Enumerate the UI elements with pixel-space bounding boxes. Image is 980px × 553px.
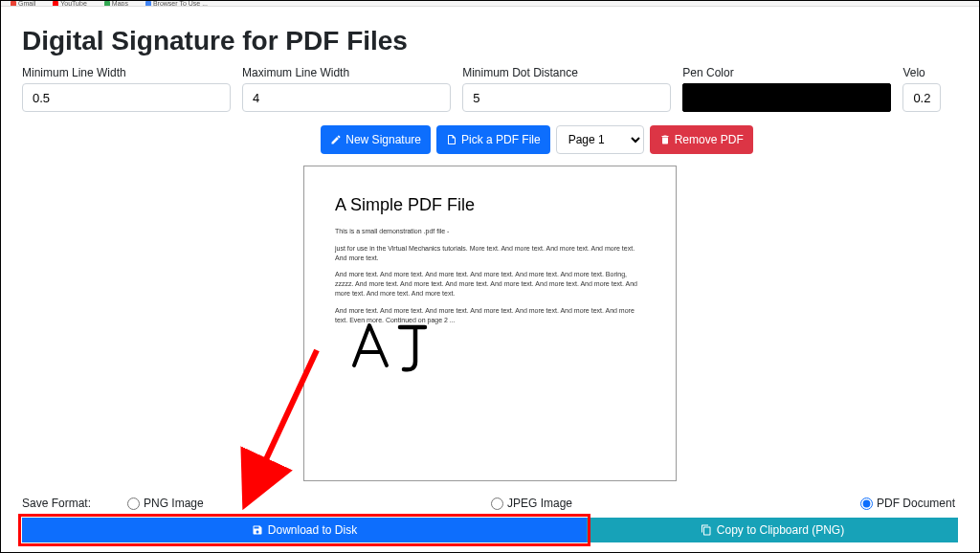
min-dot-distance-label: Minimum Dot Distance [462, 66, 671, 79]
toolbar: New Signature Pick a PDF File Page 1 Rem… [116, 125, 958, 154]
velocity-label: Velo [902, 66, 958, 79]
clipboard-icon [701, 524, 712, 536]
radio-pdf[interactable]: PDF Document [860, 497, 955, 510]
pdf-paragraph: just for use in the Virtual Mechanics tu… [335, 244, 645, 263]
action-bar: Download to Disk Copy to Clipboard (PNG) [22, 518, 958, 542]
min-dot-distance-input[interactable] [462, 83, 671, 112]
radio-png-input[interactable] [127, 498, 140, 510]
save-format-label: Save Format: [22, 497, 91, 510]
file-icon [446, 134, 457, 145]
min-line-width-input[interactable] [22, 83, 231, 112]
pick-pdf-button[interactable]: Pick a PDF File [436, 125, 550, 154]
new-signature-button[interactable]: New Signature [321, 125, 431, 154]
page-select[interactable]: Page 1 [556, 125, 644, 154]
signature-drawing [346, 320, 461, 377]
pen-color-swatch[interactable] [682, 83, 891, 112]
pdf-preview[interactable]: A Simple PDF File This is a small demons… [303, 166, 677, 481]
pdf-title: A Simple PDF File [335, 195, 645, 215]
save-format-row: Save Format: PNG Image JPEG Image PDF Do… [22, 497, 958, 510]
max-line-width-input[interactable] [242, 83, 451, 112]
pdf-paragraph: This is a small demonstration .pdf file … [335, 227, 645, 236]
copy-clipboard-button[interactable]: Copy to Clipboard (PNG) [587, 518, 958, 542]
radio-jpeg-input[interactable] [491, 498, 503, 510]
radio-png[interactable]: PNG Image [127, 497, 204, 510]
radio-jpeg[interactable]: JPEG Image [491, 497, 572, 510]
max-line-width-label: Maximum Line Width [242, 66, 451, 79]
min-line-width-label: Minimum Line Width [22, 66, 231, 79]
settings-row: Minimum Line Width Maximum Line Width Mi… [22, 66, 958, 112]
remove-pdf-button[interactable]: Remove PDF [650, 125, 753, 154]
save-icon [252, 524, 263, 536]
trash-icon [659, 134, 671, 145]
download-button[interactable]: Download to Disk [22, 518, 587, 542]
edit-icon [330, 134, 342, 145]
pdf-paragraph: And more text. And more text. And more t… [335, 270, 645, 298]
pen-color-label: Pen Color [682, 66, 891, 79]
velocity-input[interactable] [902, 83, 941, 112]
page-title: Digital Signature for PDF Files [22, 26, 958, 56]
radio-pdf-input[interactable] [860, 498, 873, 510]
